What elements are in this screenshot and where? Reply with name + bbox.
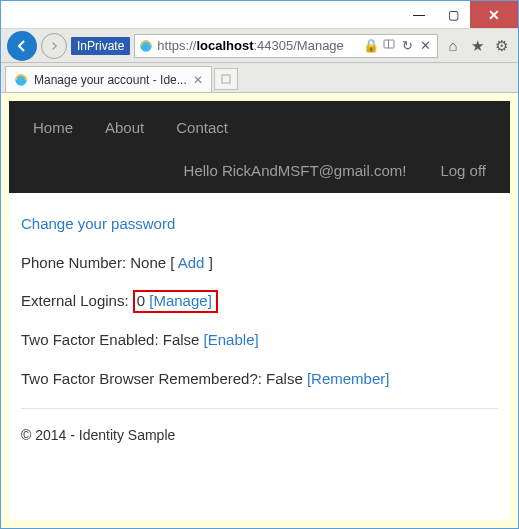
newtab-icon	[221, 74, 231, 84]
tab-strip: Manage your account - Ide... ✕	[1, 63, 518, 93]
svg-rect-4	[222, 75, 230, 83]
inprivate-badge: InPrivate	[71, 37, 130, 55]
external-logins-highlight: 0 [Manage]	[133, 290, 218, 313]
arrow-left-icon	[15, 39, 29, 53]
two-factor-remember-link[interactable]: [Remember]	[307, 370, 390, 387]
back-button[interactable]	[7, 31, 37, 61]
nav-about[interactable]: About	[105, 119, 144, 136]
compat-icon[interactable]	[381, 38, 397, 53]
footer-text: © 2014 - Identity Sample	[21, 425, 498, 446]
site-navbar: Home About Contact Hello RickAndMSFT@gma…	[9, 101, 510, 193]
browser-urlbar: InPrivate https://localhost:44305/Manage…	[1, 29, 518, 63]
change-password-link[interactable]: Change your password	[21, 215, 175, 232]
home-icon[interactable]: ⌂	[442, 37, 464, 54]
lock-icon: 🔒	[363, 38, 379, 53]
settings-gear-icon[interactable]: ⚙	[490, 37, 512, 55]
stop-button[interactable]: ✕	[417, 38, 433, 53]
window-minimize-button[interactable]: —	[402, 1, 436, 28]
refresh-button[interactable]: ↻	[399, 38, 415, 53]
svg-rect-2	[388, 40, 389, 48]
favorites-icon[interactable]: ★	[466, 37, 488, 55]
nav-logoff[interactable]: Log off	[440, 162, 486, 179]
window-maximize-button[interactable]: ▢	[436, 1, 470, 28]
external-logins-manage-link[interactable]: [Manage]	[149, 292, 212, 309]
browser-tab[interactable]: Manage your account - Ide... ✕	[5, 66, 212, 92]
page: Home About Contact Hello RickAndMSFT@gma…	[9, 101, 510, 520]
two-factor-enable-link[interactable]: [Enable]	[204, 331, 259, 348]
two-factor-enabled-row: Two Factor Enabled: False [Enable]	[21, 329, 498, 352]
forward-button[interactable]	[41, 33, 67, 59]
window-titlebar: — ▢ ✕	[1, 1, 518, 29]
address-text: https://localhost:44305/Manage	[157, 38, 359, 53]
nav-contact[interactable]: Contact	[176, 119, 228, 136]
ie-icon	[139, 39, 153, 53]
ie-icon	[14, 73, 28, 87]
window-close-button[interactable]: ✕	[470, 1, 518, 28]
phone-add-link[interactable]: Add	[178, 254, 205, 271]
external-logins-count: 0	[137, 292, 145, 309]
divider	[21, 408, 498, 409]
tab-close-button[interactable]: ✕	[193, 73, 203, 87]
tab-title: Manage your account - Ide...	[34, 73, 187, 87]
address-field[interactable]: https://localhost:44305/Manage 🔒 ↻ ✕	[134, 34, 438, 58]
two-factor-browser-row: Two Factor Browser Remembered?: False [R…	[21, 368, 498, 391]
new-tab-button[interactable]	[214, 68, 238, 90]
phone-row: Phone Number: None [ Add ]	[21, 252, 498, 275]
external-logins-row: External Logins: 0 [Manage]	[21, 290, 498, 313]
page-content: Change your password Phone Number: None …	[9, 193, 510, 462]
nav-home[interactable]: Home	[33, 119, 73, 136]
arrow-right-icon	[49, 41, 59, 51]
nav-hello-user[interactable]: Hello RickAndMSFT@gmail.com!	[184, 162, 407, 179]
viewport: Home About Contact Hello RickAndMSFT@gma…	[1, 93, 518, 528]
